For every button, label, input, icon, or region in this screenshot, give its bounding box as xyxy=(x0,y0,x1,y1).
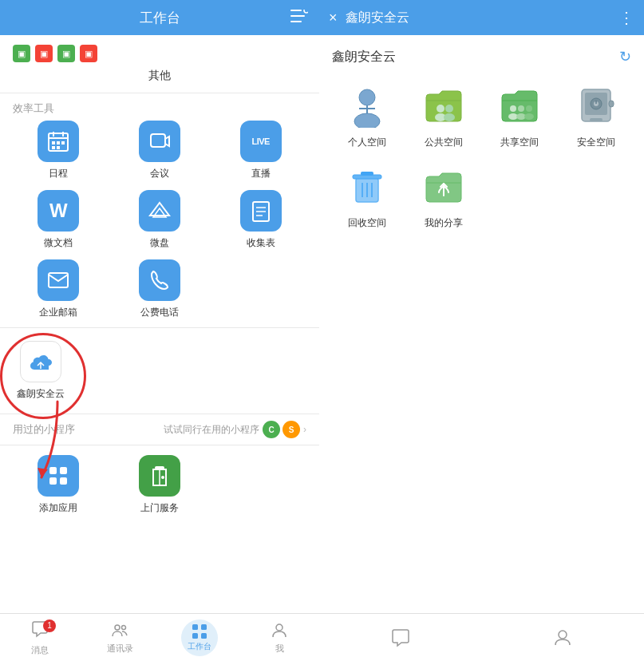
app-grid: 添加应用 上门服务 xyxy=(0,445,319,524)
right-nav-chat[interactable] xyxy=(319,627,482,648)
bottom-nav: 1 消息 通讯录 工作台 xyxy=(0,613,319,661)
svg-point-36 xyxy=(354,113,380,128)
nav-contacts-label: 通讯录 xyxy=(107,643,133,655)
mini-arrow-icon: › xyxy=(303,424,306,435)
my-share-label: 我的分享 xyxy=(425,216,463,230)
message-badge: 1 xyxy=(43,619,56,632)
personal-icon-svg xyxy=(345,83,389,128)
xinlang-label: 鑫朗安全云 xyxy=(17,387,65,401)
close-button[interactable]: × xyxy=(329,10,338,26)
svg-point-62 xyxy=(559,631,567,639)
svg-rect-0 xyxy=(290,10,302,11)
svg-rect-22 xyxy=(60,467,67,474)
email-icon xyxy=(38,259,79,301)
messages-icon-wrap: 1 xyxy=(30,619,49,642)
safe-space-icon xyxy=(572,81,620,129)
nav-messages[interactable]: 1 消息 xyxy=(0,619,80,656)
svg-point-29 xyxy=(122,625,126,629)
nav-me[interactable]: 我 xyxy=(239,621,319,655)
schedule-label: 日程 xyxy=(49,167,68,180)
me-icon xyxy=(270,621,289,640)
right-nav-profile[interactable] xyxy=(482,627,645,648)
nav-messages-label: 消息 xyxy=(31,644,49,656)
tools-grid: 日程 会议 LIVE 直播 W 微文档 xyxy=(0,121,319,328)
svg-rect-11 xyxy=(52,146,55,149)
add-app-icon xyxy=(38,455,79,497)
svg-rect-9 xyxy=(57,141,60,144)
svg-rect-30 xyxy=(192,624,198,630)
mini-section-right[interactable]: 试试同行在用的小程序 C S › xyxy=(164,421,306,438)
menu-icon[interactable] xyxy=(290,10,308,26)
public-space-icon xyxy=(420,81,468,129)
other-icons-row: ▣ ▣ ▣ ▣ xyxy=(13,45,306,62)
svg-rect-12 xyxy=(57,146,60,149)
mini-badge-orange: S xyxy=(282,421,300,438)
svg-point-45 xyxy=(518,105,524,112)
tool-wedoc[interactable]: W 微文档 xyxy=(13,190,105,250)
nav-workspace[interactable]: 工作台 xyxy=(160,619,239,656)
xinlang-item[interactable]: 鑫朗安全云 xyxy=(13,341,69,401)
collect-icon xyxy=(240,190,282,232)
tool-phone[interactable]: 公费电话 xyxy=(114,259,206,319)
share-icon-svg xyxy=(421,164,466,208)
right-bottom-nav xyxy=(319,613,644,661)
svg-rect-58 xyxy=(361,172,373,176)
svg-point-48 xyxy=(524,113,534,120)
contacts-icon xyxy=(110,621,129,640)
svg-rect-24 xyxy=(60,477,67,485)
svg-point-39 xyxy=(437,105,444,113)
door-service-icon xyxy=(139,455,180,497)
right-title-bar: 鑫朗安全云 ↻ xyxy=(332,48,631,65)
tool-meeting[interactable]: 会议 xyxy=(114,121,206,180)
file-safe-space[interactable]: 安全空间 xyxy=(564,81,628,149)
public-icon-svg xyxy=(421,83,466,128)
tool-live[interactable]: LIVE 直播 xyxy=(215,121,306,180)
left-scroll-area: ▣ ▣ ▣ ▣ 其他 效率工具 xyxy=(0,35,319,613)
svg-rect-23 xyxy=(49,477,57,485)
files-grid: 个人空间 公共空间 xyxy=(332,81,631,230)
refresh-button[interactable]: ↻ xyxy=(619,48,631,65)
xinlang-section: 鑫朗安全云 xyxy=(0,328,319,414)
tool-collect[interactable]: 收集表 xyxy=(215,190,306,250)
workspace-active-label: 工作台 xyxy=(188,641,211,652)
nav-me-label: 我 xyxy=(275,643,284,655)
file-my-share[interactable]: 我的分享 xyxy=(412,162,476,230)
nav-contacts[interactable]: 通讯录 xyxy=(80,621,160,655)
wedoc-label: 微文档 xyxy=(44,236,73,250)
svg-rect-55 xyxy=(609,101,614,107)
efficiency-section-label: 效率工具 xyxy=(0,93,319,121)
svg-rect-1 xyxy=(290,15,305,17)
safe-icon-svg xyxy=(574,83,618,128)
door-service-item[interactable]: 上门服务 xyxy=(114,455,206,515)
file-public-space[interactable]: 公共空间 xyxy=(412,81,476,149)
mini-badge-green: C xyxy=(263,421,280,438)
svg-rect-8 xyxy=(52,141,55,144)
file-shared-space[interactable]: 共享空间 xyxy=(488,81,552,149)
file-recycle-space[interactable]: 回收空间 xyxy=(335,162,399,230)
tool-schedule[interactable]: 日程 xyxy=(13,121,105,180)
svg-point-42 xyxy=(444,113,455,121)
left-header-title: 工作台 xyxy=(140,9,180,27)
tool-email[interactable]: 企业邮箱 xyxy=(13,259,105,319)
mini-programs-section: 用过的小程序 试试同行在用的小程序 C S › xyxy=(0,414,319,445)
recycle-space-icon xyxy=(343,162,391,210)
right-header-title: 鑫朗安全云 xyxy=(346,10,610,26)
file-personal-space[interactable]: 个人空间 xyxy=(335,81,399,149)
right-panel: × 鑫朗安全云 ⋮ 鑫朗安全云 ↻ 个人空间 xyxy=(319,0,644,661)
shared-icon-svg xyxy=(497,83,542,128)
left-header: 工作台 xyxy=(0,0,319,35)
recycle-icon-svg xyxy=(345,164,389,208)
wedoc-icon: W xyxy=(38,190,79,232)
public-space-label: 公共空间 xyxy=(425,136,463,149)
schedule-icon xyxy=(38,121,79,162)
svg-point-35 xyxy=(359,89,375,105)
svg-point-47 xyxy=(526,105,532,112)
add-app-item[interactable]: 添加应用 xyxy=(13,455,105,515)
phone-label: 公费电话 xyxy=(140,306,179,319)
more-options-button[interactable]: ⋮ xyxy=(618,8,634,27)
workspace-active-wrap: 工作台 xyxy=(181,619,218,656)
svg-rect-32 xyxy=(192,633,198,639)
mini-right-label: 试试同行在用的小程序 xyxy=(164,423,259,437)
svg-point-3 xyxy=(304,10,308,13)
tool-weiyun[interactable]: 微盘 xyxy=(114,190,206,250)
